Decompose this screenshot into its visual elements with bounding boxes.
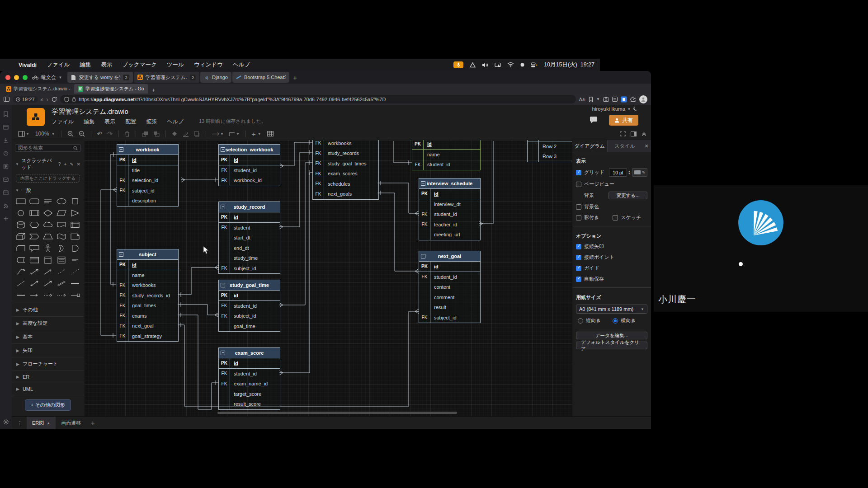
scratchpad-header[interactable]: ▼ スクラッチパッド ?+✎✕	[12, 155, 84, 173]
checkbox-接続ポイント[interactable]	[576, 255, 581, 260]
shape-cloud[interactable]	[41, 220, 55, 230]
shape-bidirectional-arrow[interactable]	[28, 267, 41, 277]
landscape-radio[interactable]	[613, 318, 618, 324]
shape-arrow-right[interactable]	[28, 291, 41, 300]
menu-item-表示[interactable]: 表示	[101, 61, 112, 69]
shape-square[interactable]	[68, 197, 82, 206]
capture-icon[interactable]	[603, 97, 609, 102]
mail-icon[interactable]	[3, 177, 9, 183]
drawio-menu-ファイル[interactable]: ファイル	[52, 118, 74, 126]
pages-menu-icon[interactable]: ⋮	[17, 420, 22, 426]
er-table-exam_score[interactable]: exam_scorePKidFKstudent_idFKexam_name_id…	[218, 347, 280, 410]
close-panel-icon[interactable]: ✕	[642, 140, 651, 152]
checkbox-接続矢印[interactable]	[576, 244, 581, 249]
fullscreen-icon[interactable]	[620, 131, 626, 136]
menu-bar-date[interactable]: 10月15日(火) 19:27	[544, 61, 594, 69]
menu-item-編集[interactable]: 編集	[80, 61, 91, 69]
shape-link[interactable]	[55, 279, 68, 288]
window-icon[interactable]	[3, 124, 9, 130]
sidebar-section-基本[interactable]: ▶基本	[12, 330, 84, 343]
reload-button[interactable]	[52, 97, 57, 102]
sidebar-section-フローチャート[interactable]: ▶フローチャート	[12, 357, 84, 371]
drawio-menu-編集[interactable]: 編集	[84, 118, 94, 126]
shape-ellipse[interactable]	[55, 197, 68, 206]
shape-dotted-arrow[interactable]	[55, 291, 68, 300]
table-button[interactable]	[267, 131, 274, 136]
sidebar-section-UML[interactable]: ▶UML	[12, 383, 84, 395]
browser-subtab[interactable]: 学習管理システム.drawio -	[2, 84, 74, 94]
shape-trapezoid[interactable]	[41, 232, 55, 241]
grid-checkbox[interactable]	[576, 170, 581, 175]
extension-badge-icon[interactable]	[621, 96, 627, 103]
new-stack-tab-button[interactable]: +	[152, 87, 156, 94]
shape-vertical-container[interactable]	[41, 255, 55, 265]
er-table-unnamed[interactable]: PKidFKworkbooksFKstudy_recordsFKstudy_go…	[312, 140, 379, 200]
er-table-interview_schedule[interactable]: interview_schedulePKidinterview_dtFKstud…	[419, 178, 481, 240]
bookmark-icon[interactable]	[3, 111, 9, 117]
shape-list[interactable]	[55, 255, 68, 265]
calendar-icon[interactable]	[3, 190, 9, 196]
shape-arrow[interactable]	[41, 267, 55, 277]
collapse-table-icon[interactable]	[221, 147, 225, 152]
change-background-button[interactable]: 変更する...	[609, 192, 647, 199]
comments-icon[interactable]	[590, 116, 598, 123]
page-tab-screenflow[interactable]: 画面遷移	[56, 417, 86, 429]
browser-tab[interactable]: Bootstrap 5 CheatSheet B	[232, 72, 289, 83]
wifi-icon[interactable]	[507, 62, 514, 67]
connection-style-dropdown[interactable]: ▼	[212, 132, 224, 136]
mic-in-use-icon[interactable]	[453, 61, 463, 68]
shape-directional-connector[interactable]	[41, 279, 55, 288]
workspace-switcher[interactable]: 竜文会 ▼	[32, 74, 62, 81]
canvas-hscrollbar[interactable]	[217, 412, 457, 414]
collapse-table-icon[interactable]	[421, 254, 425, 258]
zoom-out-button[interactable]	[79, 131, 85, 137]
drawio-menu-表示[interactable]: 表示	[104, 118, 115, 126]
shape-internal-storage[interactable]	[68, 220, 82, 230]
menu-item-ヘルプ[interactable]: ヘルプ	[233, 61, 250, 69]
shape-note[interactable]	[68, 232, 82, 241]
bookmark-icon[interactable]	[589, 97, 593, 102]
er-table-study_record[interactable]: study_recordPKidFKstudentstart_dtend_dts…	[218, 202, 280, 274]
shape-document[interactable]	[55, 220, 68, 230]
history-icon[interactable]	[3, 150, 9, 156]
plus-icon[interactable]	[3, 216, 9, 222]
er-table-unnamed[interactable]: Row 2Row 3	[527, 140, 572, 162]
shape-step[interactable]	[28, 232, 41, 241]
line-color-button[interactable]	[183, 131, 189, 137]
drawio-menu-ヘルプ[interactable]: ヘルプ	[167, 118, 184, 126]
shape-hexagon[interactable]	[28, 220, 41, 230]
shape-callout[interactable]	[28, 244, 41, 253]
er-table-next_goal[interactable]: next_goalPKidFKstudent_idcontentcommentr…	[419, 251, 481, 323]
format-panel-toggle-icon[interactable]	[631, 131, 637, 136]
redo-button[interactable]: ↷	[107, 130, 113, 137]
paper-size-select[interactable]: A0 (841 mm x 1189 mm)▼	[576, 305, 647, 314]
shape-or[interactable]	[55, 244, 68, 253]
shape-connector-box[interactable]	[68, 291, 82, 300]
translate-icon[interactable]: Aあ	[579, 97, 586, 102]
general-section-header[interactable]: ▼ 一般	[12, 186, 84, 196]
shape-curve[interactable]	[14, 267, 28, 277]
shape-process[interactable]	[28, 208, 41, 218]
bgcolor-checkbox[interactable]	[576, 204, 581, 210]
panel-toggle-icon[interactable]	[4, 97, 9, 102]
er-table-study_goal_time[interactable]: study_goal_timePKidFKstudent_idFKsubject…	[218, 280, 280, 332]
er-table-workbook[interactable]: workbookPKidtitleFKselection_idFKsubject…	[117, 144, 179, 206]
shade-icon[interactable]	[470, 62, 476, 68]
profile-avatar[interactable]	[639, 95, 647, 103]
undo-button[interactable]: ↶	[97, 130, 103, 137]
fill-color-button[interactable]	[172, 131, 178, 137]
shape-search-input[interactable]: 図形を検索	[15, 144, 81, 152]
collapse-icon[interactable]	[642, 131, 646, 136]
sidebar-section-その他[interactable]: ▶その他	[12, 303, 84, 316]
back-button[interactable]: ‹	[41, 96, 43, 103]
reader-view-icon[interactable]	[612, 97, 618, 102]
er-table-subject[interactable]: subjectPKidnameFKworkbooksFKstudy_record…	[117, 249, 179, 342]
waypoint-style-dropdown[interactable]: ▼	[229, 131, 240, 136]
shadow-button[interactable]	[194, 131, 200, 137]
shape-dotted-line[interactable]	[68, 267, 82, 277]
browser-tab[interactable]: 学習管理システム.draw2	[134, 72, 199, 83]
browser-subtab[interactable]: 学習進捗管理システム - Go	[74, 84, 148, 94]
clock-chip[interactable]: 19:27	[13, 96, 38, 103]
user-menu[interactable]: hiroyuki ikuma▼	[592, 106, 638, 112]
scratchpad-drop-zone[interactable]: 内容をここにドラッグする	[16, 174, 80, 183]
